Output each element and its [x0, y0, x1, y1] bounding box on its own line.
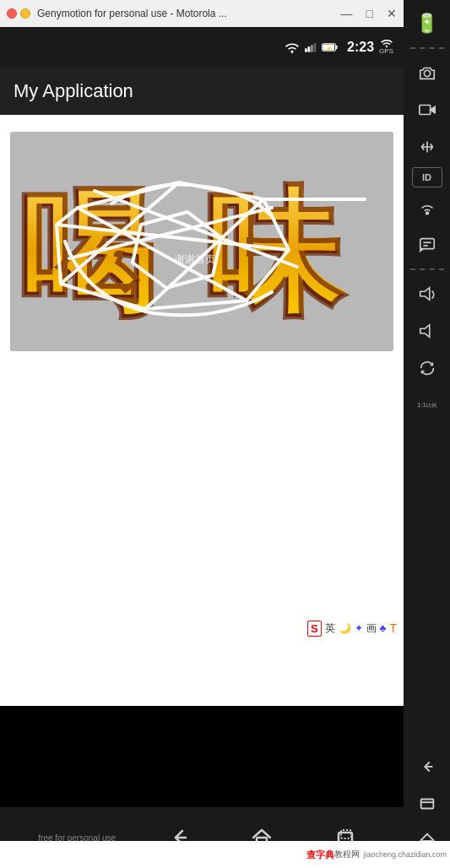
- close-button[interactable]: ✕: [387, 7, 397, 20]
- back-nav-icon[interactable]: [410, 750, 444, 784]
- video-icon[interactable]: [410, 93, 444, 127]
- pan-icon[interactable]: [410, 130, 444, 164]
- battery-status-icon: ⚡: [322, 41, 339, 53]
- svg-rect-43: [341, 830, 351, 838]
- signal-icon: [305, 41, 317, 53]
- status-time: 2:23: [347, 40, 374, 55]
- s-logo: S: [307, 621, 322, 637]
- minimize-button[interactable]: —: [341, 7, 353, 20]
- genymotion-sidebar: 🔋 ID: [404, 0, 450, 868]
- svg-rect-9: [420, 800, 433, 809]
- image-card[interactable]: 喝 喝 喝 味 味 味: [10, 132, 393, 351]
- app-title: My Application: [14, 80, 133, 102]
- sidebar-divider-mid: [410, 269, 444, 270]
- svg-point-0: [424, 70, 430, 76]
- gps-wifi-icon: [380, 39, 393, 47]
- window-controls: — □ ✕: [341, 7, 397, 20]
- bottom-watermark: 查字典 教程网 jiaocheng.chazidian.com: [0, 841, 450, 868]
- android-screen: ⚡ 2:23 GPS My Application: [0, 27, 404, 868]
- sms-icon[interactable]: [410, 228, 444, 262]
- svg-marker-2: [430, 106, 435, 112]
- window-dots: [7, 8, 30, 19]
- volume-up-icon[interactable]: [410, 277, 444, 311]
- star-icon: ✦: [355, 622, 363, 634]
- wifi-status-icon: [285, 41, 300, 53]
- window-title: Genymotion for personal use - Motorola .…: [37, 8, 341, 19]
- svg-rect-13: [305, 48, 307, 52]
- maximize-button[interactable]: □: [366, 7, 373, 20]
- svg-marker-8: [420, 325, 429, 338]
- svg-point-3: [426, 212, 428, 214]
- svg-text:谢谢首页: 谢谢首页: [175, 253, 215, 265]
- paint-icon: 画: [366, 621, 377, 636]
- minimize-dot[interactable]: [20, 8, 30, 19]
- svg-rect-15: [311, 45, 313, 52]
- camera-icon[interactable]: [410, 56, 444, 90]
- close-dot[interactable]: [7, 8, 17, 19]
- english-label: 英: [325, 621, 335, 636]
- watermark-subtext: 教程网: [334, 849, 360, 860]
- watermark-text: 查字典: [306, 849, 334, 861]
- main-content: 喝 喝 喝 味 味 味: [0, 115, 404, 706]
- club-icon: ♣: [380, 622, 387, 634]
- app-bar: My Application: [0, 68, 404, 115]
- rotate-icon[interactable]: [410, 351, 444, 385]
- title-bar: Genymotion for personal use - Motorola .…: [0, 0, 404, 27]
- svg-rect-18: [335, 46, 337, 49]
- chinese-graphic: 喝 喝 喝 味 味 味: [10, 132, 393, 351]
- battery-icon[interactable]: 🔋: [410, 7, 444, 41]
- svg-rect-16: [314, 43, 317, 52]
- moon-icon: 🌙: [339, 622, 351, 634]
- svg-marker-7: [420, 288, 429, 301]
- svg-rect-14: [308, 46, 311, 52]
- status-bar: ⚡ 2:23 GPS: [0, 27, 404, 68]
- sidebar-divider-top: [410, 47, 444, 49]
- id-icon[interactable]: ID: [412, 167, 442, 187]
- watermark-url: jiaocheng.chazidian.com: [363, 850, 447, 859]
- content-spacer: [0, 351, 404, 706]
- t-icon: T: [389, 621, 397, 635]
- recent-apps-icon[interactable]: [410, 787, 444, 821]
- gps-label: GPS: [379, 47, 393, 56]
- scale-icon[interactable]: 1:1 比例: [410, 388, 444, 422]
- network-icon[interactable]: [410, 191, 444, 225]
- watermark-bar: S 英 🌙 ✦ 画 ♣ T: [0, 611, 404, 645]
- svg-rect-4: [420, 239, 434, 249]
- svg-text:⚡: ⚡: [326, 45, 333, 52]
- svg-rect-1: [419, 106, 430, 115]
- svg-point-12: [291, 52, 293, 53]
- volume-down-icon[interactable]: [410, 314, 444, 348]
